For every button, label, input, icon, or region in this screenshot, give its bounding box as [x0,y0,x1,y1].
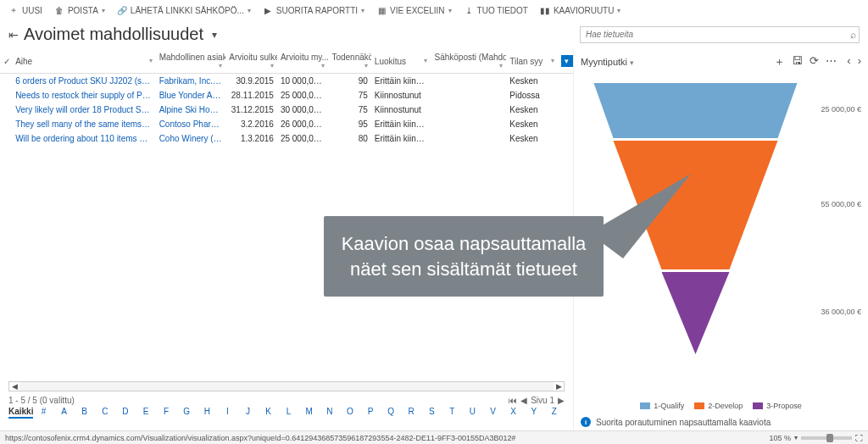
col-status[interactable]: Tilan syy▾ [506,49,558,74]
back-icon[interactable]: ⇤ [8,28,19,42]
chart-selector[interactable]: Myyntiputki ▾ [581,57,634,67]
col-close[interactable]: Arvioitu sulkemis...▾ [225,49,277,74]
prev-chart-icon[interactable]: ‹ [847,54,850,69]
chevron-down-icon[interactable]: ▾ [212,29,217,41]
cell-customer[interactable]: Alpine Ski House (sample) [156,103,226,117]
table-row[interactable]: Very likely will order 18 Product SKU JJ… [0,103,573,117]
alpha-letter[interactable]: P [360,406,381,419]
alpha-letter[interactable]: R [401,406,421,419]
next-page-icon[interactable]: ▶ [558,396,565,405]
alpha-letter[interactable]: L [279,406,299,419]
legend-item-2[interactable]: 2-Develop [694,402,743,410]
add-chart-icon[interactable]: ＋ [774,54,785,69]
email-link-button[interactable]: 🔗 LÄHETÄ LINKKI SÄHKÖPÖ... ▾ [117,5,251,15]
funnel-labels: 25 000,00 € 55 000,00 € 36 000,00 € [810,75,861,397]
row-checkbox[interactable] [0,103,12,117]
chevron-down-icon[interactable]: ▾ [794,434,798,441]
more-icon[interactable]: ⋯ [826,54,837,69]
new-button[interactable]: ＋ UUSI [8,5,42,15]
alpha-letter[interactable]: T [442,406,462,419]
alpha-letter[interactable]: S [421,406,442,419]
search-icon[interactable]: ⌕ [850,29,856,41]
row-checkbox[interactable] [0,74,12,89]
view-title[interactable]: Avoimet mahdollisuudet [24,25,203,44]
zoom-thumb[interactable] [826,434,833,442]
prev-page-icon[interactable]: ◀ [520,396,527,405]
cell-customer[interactable]: Contoso Pharmaceuticals (... [156,117,226,131]
cell-topic[interactable]: They sell many of the same items that we… [12,117,156,131]
cell-topic[interactable]: Needs to restock their supply of Product… [12,88,156,103]
cell-topic[interactable]: Will be ordering about 110 items of all … [12,131,156,146]
legend-item-3[interactable]: 3-Propose [753,402,802,410]
filter-icon[interactable]: ▾ [561,55,573,67]
funnel-segment-1[interactable] [594,83,798,138]
import-button[interactable]: ⤓ TUO TIEDOT [464,5,528,15]
refresh-chart-icon[interactable]: ⟳ [810,54,819,69]
next-chart-icon[interactable]: › [858,54,861,69]
scroll-left-icon[interactable]: ◀ [9,382,19,391]
alpha-letter[interactable]: U [462,406,482,419]
funnel-segment-3[interactable] [662,272,730,354]
table-row[interactable]: Needs to restock their supply of Product… [0,88,573,103]
col-customer[interactable]: Mahdollinen asiakas▾ [156,49,226,74]
col-rating[interactable]: Luokitus▾ [371,49,431,74]
col-filter[interactable]: ▾ [558,49,573,74]
row-checkbox[interactable] [0,88,12,103]
alpha-letter[interactable]: A [54,406,75,419]
select-all-checkbox[interactable]: ✓ [0,49,12,74]
legend-item-1[interactable]: 1-Qualify [640,402,684,410]
save-chart-icon[interactable]: 🖫 [792,54,803,69]
export-excel-button[interactable]: ▦ VIE EXCELIIN ▾ [376,5,451,15]
zoom-control[interactable]: 105 % ▾ ⛶ [769,434,863,442]
col-topic[interactable]: Aihe▾ [12,49,156,74]
alpha-letter[interactable]: O [340,406,360,419]
first-page-icon[interactable]: ⏮ [509,396,517,405]
alpha-letter[interactable]: C [95,406,115,419]
alpha-letter[interactable]: G [176,406,197,419]
scroll-right-icon[interactable]: ▶ [554,382,564,391]
legend-swatch [694,402,704,409]
row-checkbox[interactable] [0,117,12,131]
cell-revenue: 26 000,00 € [277,117,329,131]
col-revenue[interactable]: Arvioitu my...▾ [277,49,329,74]
zoom-slider[interactable] [801,436,852,440]
alpha-letter[interactable]: X [504,406,524,419]
run-report-button[interactable]: ▶ SUORITA RAPORTTI ▾ [263,5,364,15]
alpha-letter[interactable]: J [237,406,258,419]
table-row[interactable]: Will be ordering about 110 items of all … [0,131,573,146]
alpha-letter[interactable]: Z [544,406,565,419]
col-email[interactable]: Sähköposti (Mahdollin...▾ [431,49,506,74]
alpha-letter[interactable]: Q [381,406,401,419]
alpha-letter[interactable]: D [115,406,136,419]
alpha-all[interactable]: Kaikki [8,406,33,419]
alpha-letter[interactable]: # [33,406,53,419]
alpha-letter[interactable]: B [75,406,95,419]
search-input[interactable] [580,26,860,43]
chart-pane-button[interactable]: ▮▮ KAAVIORUUTU ▾ [540,5,621,15]
col-probability[interactable]: Todennäköi...▾ [328,49,370,74]
alpha-letter[interactable]: F [156,406,176,419]
alpha-letter[interactable]: H [197,406,217,419]
table-row[interactable]: They sell many of the same items that we… [0,117,573,131]
scroll-track[interactable] [19,382,554,391]
table-row[interactable]: 6 orders of Product SKU JJ202 (sample)Fa… [0,74,573,89]
alpha-letter[interactable]: N [320,406,340,419]
row-checkbox[interactable] [0,131,12,146]
alpha-letter[interactable]: I [217,406,237,419]
alpha-letter[interactable]: Y [524,406,544,419]
chart-title-text: Myyntiputki [581,57,627,67]
cell-topic[interactable]: 6 orders of Product SKU JJ202 (sample) [12,74,156,89]
cell-topic[interactable]: Very likely will order 18 Product SKU JJ… [12,103,156,117]
alpha-letter[interactable]: K [259,406,279,419]
alpha-letter[interactable]: E [136,406,156,419]
cell-customer[interactable]: Fabrikam, Inc. (sample) [156,74,226,89]
horizontal-scrollbar[interactable]: ◀ ▶ [8,381,565,391]
cell-customer[interactable]: Coho Winery (sample) [156,131,226,146]
cell-close: 30.9.2015 [225,74,277,89]
cell-customer[interactable]: Blue Yonder Airlines (samp... [156,88,226,103]
delete-button[interactable]: 🗑 POISTA ▾ [54,5,105,15]
alpha-letter[interactable]: M [299,406,320,419]
alpha-letter[interactable]: V [483,406,504,419]
chevron-down-icon: ▾ [617,7,620,14]
zoom-fit-icon[interactable]: ⛶ [855,434,863,442]
